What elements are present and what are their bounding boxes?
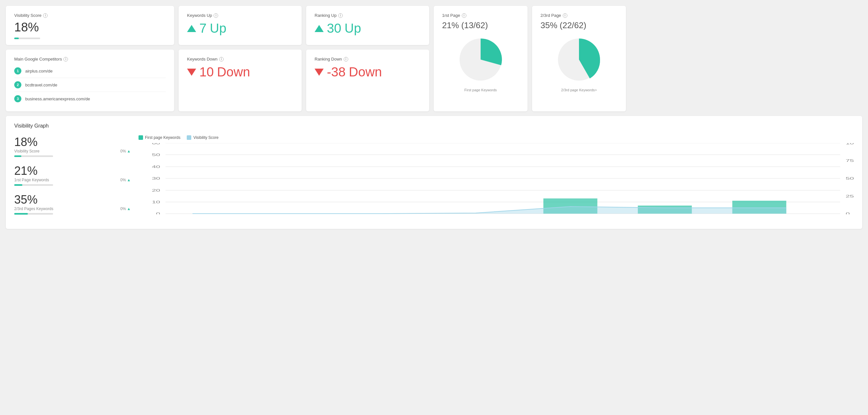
visibility-progress-bg: [14, 37, 40, 39]
ranking-up-card: Ranking Up i 30 Up: [306, 6, 429, 45]
visibility-score-value: 18%: [14, 20, 166, 34]
stat-label-visibility: Visibility Score 0% ▲: [14, 149, 131, 153]
legend-label-first-page: First page Keywords: [145, 135, 180, 140]
label-text: Visibility Score: [14, 149, 39, 153]
info-icon[interactable]: i: [63, 57, 68, 61]
graph-content: 18% Visibility Score 0% ▲ 21% 1rst Page …: [14, 135, 854, 222]
competitors-title: Main Google Competitors i: [14, 57, 166, 61]
info-icon[interactable]: i: [43, 13, 48, 18]
second-page-label: 2/3rd page Keywords>: [540, 88, 618, 92]
info-icon[interactable]: i: [338, 13, 343, 18]
graph-left-stats: 18% Visibility Score 0% ▲ 21% 1rst Page …: [14, 135, 131, 222]
metric-label: Up: [210, 21, 226, 36]
stat-pct-visibility: 0% ▲: [120, 149, 131, 153]
stat-block-first-page: 21% 1rst Page Keywords 0% ▲: [14, 164, 131, 186]
arrow-up-small-icon: ▲: [127, 149, 131, 153]
chart-svg: 60 50 40 30 20 10 0 100 75 50 25 0: [138, 143, 854, 214]
arrow-up-icon: [187, 25, 196, 32]
title-text: Keywords Up: [187, 13, 212, 18]
competitor-badge-2: 2: [14, 81, 21, 88]
competitor-item: 2 bcdtravel.com/de: [14, 78, 166, 92]
svg-text:40: 40: [152, 165, 160, 169]
title-text: Main Google Competitors: [14, 57, 62, 61]
arrow-down-icon: [315, 69, 323, 76]
first-page-title: 1rst Page i: [442, 13, 519, 18]
first-page-label: First page Keywords: [442, 88, 519, 92]
stat-block-second-page: 35% 2/3rd Pages Keywords 0% ▲: [14, 193, 131, 215]
title-text: Keywords Down: [187, 57, 217, 61]
pct-value: 0%: [120, 149, 126, 153]
metric-number: 30: [327, 21, 341, 36]
metric-label: Down: [217, 65, 250, 79]
legend-box-visibility: [187, 135, 191, 140]
first-page-pie: [442, 34, 519, 85]
title-text: Ranking Down: [315, 57, 342, 61]
competitor-item: 1 airplus.com/de: [14, 64, 166, 78]
first-page-card: 1rst Page i 21% (13/62) First page Keywo…: [434, 6, 528, 111]
svg-text:0: 0: [156, 212, 160, 214]
second-page-value: 35% (22/62): [540, 20, 618, 30]
stat-value-visibility: 18%: [14, 135, 131, 149]
visibility-score-title: Visibility Score i: [14, 13, 166, 18]
arrow-down-icon: [187, 69, 196, 76]
legend-label-visibility: Visibility Score: [193, 135, 218, 140]
info-icon[interactable]: i: [462, 13, 466, 18]
second-page-card: 2/3rd Page i 35% (22/62) 2/3rd page Keyw…: [532, 6, 626, 111]
competitor-badge-3: 3: [14, 95, 21, 102]
info-icon[interactable]: i: [219, 57, 224, 61]
metric-label: Up: [345, 21, 361, 36]
first-page-value: 21% (13/62): [442, 20, 519, 30]
keywords-up-card: Keywords Up i 7 Up: [179, 6, 302, 45]
svg-text:20: 20: [152, 188, 160, 192]
metric-number: 7: [199, 21, 207, 36]
stat-progress-fill: [14, 184, 22, 186]
keywords-up-value: 7 Up: [187, 21, 293, 36]
metric-number: 10: [199, 65, 214, 79]
pct-value: 0%: [120, 207, 126, 211]
ranking-down-card: Ranking Down i -38 Down: [306, 50, 429, 111]
keywords-down-card: Keywords Down i 10 Down: [179, 50, 302, 111]
stat-label-second-page: 2/3rd Pages Keywords 0% ▲: [14, 207, 131, 211]
ranking-down-title: Ranking Down i: [315, 57, 421, 61]
ranking-down-value: -38 Down: [315, 65, 421, 79]
chart-svg-container: 60 50 40 30 20 10 0 100 75 50 25 0: [138, 143, 854, 214]
ranking-up-title: Ranking Up i: [315, 13, 421, 18]
info-icon[interactable]: i: [214, 13, 218, 18]
stat-pct-first-page: 0% ▲: [120, 178, 131, 182]
stat-value-second-page: 35%: [14, 193, 131, 207]
competitor-url-3: business.americanexpress.com/de: [25, 96, 90, 101]
graph-title: Visibility Graph: [14, 123, 854, 129]
competitors-card: Main Google Competitors i 1 airplus.com/…: [6, 50, 174, 111]
svg-text:100: 100: [846, 143, 854, 145]
label-text: 2/3rd Pages Keywords: [14, 207, 53, 211]
chart-legend: First page Keywords Visibility Score: [138, 135, 854, 140]
stat-pct-second-page: 0% ▲: [120, 207, 131, 211]
svg-text:25: 25: [846, 194, 854, 198]
title-text: 2/3rd Page: [540, 13, 561, 18]
keywords-down-title: Keywords Down i: [187, 57, 293, 61]
arrow-up-icon: [315, 25, 323, 32]
keywords-up-title: Keywords Up i: [187, 13, 293, 18]
stat-progress-fill: [14, 213, 28, 215]
visibility-score-card: Visibility Score i 18%: [6, 6, 174, 45]
info-icon[interactable]: i: [563, 13, 567, 18]
svg-text:60: 60: [152, 143, 160, 145]
info-icon[interactable]: i: [344, 57, 348, 61]
arrow-up-small-icon: ▲: [127, 207, 131, 211]
stat-value-first-page: 21%: [14, 164, 131, 178]
visibility-graph-card: Visibility Graph 18% Visibility Score 0%…: [6, 116, 862, 229]
stat-label-first-page: 1rst Page Keywords 0% ▲: [14, 178, 131, 182]
svg-text:50: 50: [846, 176, 854, 180]
title-text: Ranking Up: [315, 13, 337, 18]
keywords-down-value: 10 Down: [187, 65, 293, 79]
pct-value: 0%: [120, 178, 126, 182]
stat-block-visibility: 18% Visibility Score 0% ▲: [14, 135, 131, 157]
metric-number: -38: [327, 65, 346, 79]
second-page-pie: [540, 34, 618, 85]
label-text: 1rst Page Keywords: [14, 178, 49, 182]
metric-label: Down: [349, 65, 382, 79]
competitor-item: 3 business.americanexpress.com/de: [14, 92, 166, 106]
title-text: Visibility Score: [14, 13, 41, 18]
stat-progress-bg: [14, 184, 53, 186]
ranking-up-value: 30 Up: [315, 21, 421, 36]
